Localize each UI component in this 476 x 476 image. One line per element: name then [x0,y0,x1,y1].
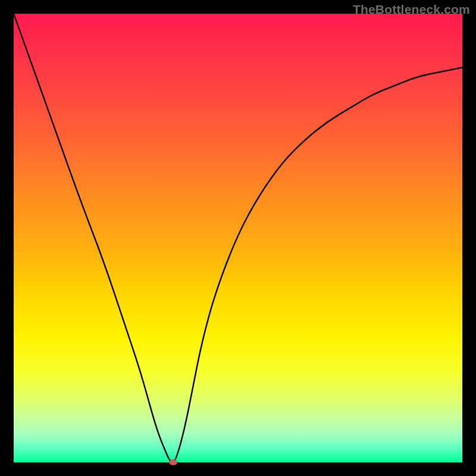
watermark-text: TheBottleneck.com [353,2,470,17]
bottleneck-curve [14,14,462,462]
chart-frame: TheBottleneck.com [0,0,476,476]
optimum-marker [169,459,177,465]
plot-area [14,14,462,462]
